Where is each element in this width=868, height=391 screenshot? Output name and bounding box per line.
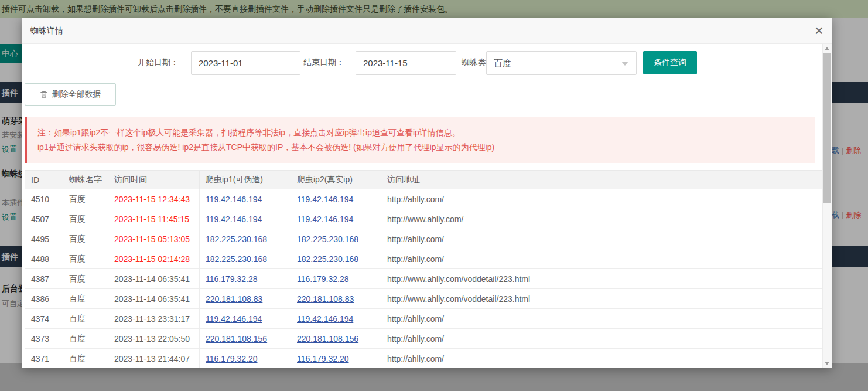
cell-ip2: 119.42.146.194: [291, 189, 381, 209]
modal-body: 开始日期： 结束日期： 蜘蛛类型： 百度 条件查询 删除全部数据 注：如果ip1…: [22, 44, 822, 368]
cell-id: 4510: [25, 189, 63, 209]
cell-spider-name: 百度: [63, 229, 108, 249]
ip2-link[interactable]: 119.42.146.194: [297, 314, 353, 324]
cell-ip2: 116.179.32.20: [291, 349, 381, 369]
delete-all-button[interactable]: 删除全部数据: [25, 83, 116, 106]
modal-title: 蜘蛛详情: [22, 18, 832, 44]
table-row: 4495百度2023-11-15 05:13:05182.225.230.168…: [25, 229, 822, 249]
cell-id: 4371: [25, 349, 63, 369]
spider-table: ID蜘蛛名字访问时间爬虫ip1(可伪造)爬虫ip2(真实ip)访问地址 4510…: [25, 170, 822, 368]
cell-id: 4373: [25, 329, 63, 349]
notice-box: 注：如果ip1跟ip2不一样这个ip极大可能是采集器，扫描程序等非法ip，直接点…: [25, 117, 815, 163]
column-header: ID: [25, 171, 63, 189]
cell-ip1: 119.42.146.194: [200, 309, 291, 329]
cell-visit-time: 2023-11-14 06:35:41: [108, 269, 200, 289]
ip2-link[interactable]: 220.181.108.156: [297, 334, 358, 344]
cell-ip1: 182.225.230.168: [200, 229, 291, 249]
cell-ip1: 119.42.146.194: [200, 189, 291, 209]
ip1-link[interactable]: 119.42.146.194: [206, 215, 262, 224]
modal-header: 蜘蛛详情 ×: [22, 18, 832, 44]
cell-ip2: 119.42.146.194: [291, 209, 381, 229]
column-header: 访问时间: [108, 171, 200, 189]
modal-scrollbar[interactable]: [822, 44, 832, 368]
ip2-link[interactable]: 116.179.32.28: [297, 274, 349, 284]
cell-ip2: 182.225.230.168: [291, 229, 381, 249]
cell-visit-time: 2023-11-13 23:31:17: [108, 309, 200, 329]
cell-spider-name: 百度: [63, 189, 108, 209]
table-row: 4488百度2023-11-15 02:14:28182.225.230.168…: [25, 249, 822, 269]
cell-visit-url: http://ahlly.com/: [381, 229, 822, 249]
cell-ip2: 116.179.32.28: [291, 269, 381, 289]
cell-ip1: 182.225.230.168: [200, 249, 291, 269]
start-date-input[interactable]: [191, 51, 300, 75]
cell-ip1: 116.179.32.20: [200, 349, 291, 369]
ip2-link[interactable]: 119.42.146.194: [297, 215, 353, 224]
column-header: 蜘蛛名字: [63, 171, 108, 189]
table-body: 4510百度2023-11-15 12:34:43119.42.146.1941…: [25, 189, 822, 369]
cell-spider-name: 百度: [63, 309, 108, 329]
cell-id: 4374: [25, 309, 63, 329]
ip1-link[interactable]: 182.225.230.168: [206, 234, 267, 244]
cell-visit-time: 2023-11-14 06:35:41: [108, 289, 200, 309]
ip2-link[interactable]: 220.181.108.83: [297, 294, 354, 304]
table-row: 4507百度2023-11-15 11:45:15119.42.146.1941…: [25, 209, 822, 229]
cell-ip1: 116.179.32.28: [200, 269, 291, 289]
cell-visit-time: 2023-11-13 21:44:07: [108, 349, 200, 369]
cell-visit-url: http://www.ahlly.com/voddetail/223.html: [381, 269, 822, 289]
ip1-link[interactable]: 119.42.146.194: [206, 314, 262, 324]
filter-row: 开始日期： 结束日期： 蜘蛛类型： 百度 条件查询: [22, 50, 822, 76]
query-button[interactable]: 条件查询: [643, 51, 697, 74]
cell-visit-url: http://ahlly.com/: [381, 329, 822, 349]
ip2-link[interactable]: 182.225.230.168: [297, 254, 358, 264]
cell-spider-name: 百度: [63, 349, 108, 369]
cell-visit-time: 2023-11-15 02:14:28: [108, 249, 200, 269]
cell-id: 4386: [25, 289, 63, 309]
cell-visit-time: 2023-11-15 11:45:15: [108, 209, 200, 229]
cell-visit-url: http://ahlly.com/: [381, 249, 822, 269]
trash-icon: [40, 90, 48, 98]
cell-visit-url: http://www.ahlly.com/: [381, 209, 822, 229]
table-header-row: ID蜘蛛名字访问时间爬虫ip1(可伪造)爬虫ip2(真实ip)访问地址: [25, 171, 822, 189]
table-row: 4387百度2023-11-14 06:35:41116.179.32.2811…: [25, 269, 822, 289]
ip1-link[interactable]: 116.179.32.28: [206, 274, 258, 284]
cell-visit-time: 2023-11-13 22:05:50: [108, 329, 200, 349]
column-header: 爬虫ip1(可伪造): [200, 171, 291, 189]
notice-line-2: ip1是通过请求头获取的ip，很容易伪造! ip2是直接从TCP中获取的IP，基…: [37, 140, 804, 155]
close-icon[interactable]: ×: [815, 21, 823, 40]
ip1-link[interactable]: 220.181.108.156: [206, 334, 267, 344]
cell-spider-name: 百度: [63, 329, 108, 349]
scrollbar-thumb[interactable]: [823, 53, 831, 203]
ip2-link[interactable]: 116.179.32.20: [297, 354, 349, 363]
table-row: 4373百度2023-11-13 22:05:50220.181.108.156…: [25, 329, 822, 349]
cell-visit-url: http://ahlly.com/: [381, 189, 822, 209]
cell-ip2: 119.42.146.194: [291, 309, 381, 329]
end-date-label: 结束日期：: [303, 57, 344, 68]
chevron-down-icon: [621, 62, 628, 66]
cell-spider-name: 百度: [63, 249, 108, 269]
ip1-link[interactable]: 220.181.108.83: [206, 294, 262, 304]
cell-ip2: 220.181.108.83: [291, 289, 381, 309]
cell-spider-name: 百度: [63, 269, 108, 289]
cell-ip1: 220.181.108.83: [200, 289, 291, 309]
notice-line-1: 注：如果ip1跟ip2不一样这个ip极大可能是采集器，扫描程序等非法ip，直接点…: [37, 125, 804, 140]
scroll-down-icon[interactable]: [823, 359, 832, 368]
cell-id: 4495: [25, 229, 63, 249]
ip2-link[interactable]: 119.42.146.194: [297, 195, 353, 204]
cell-id: 4387: [25, 269, 63, 289]
ip1-link[interactable]: 116.179.32.20: [206, 354, 258, 363]
ip1-link[interactable]: 119.42.146.194: [206, 195, 262, 204]
table-row: 4374百度2023-11-13 23:31:17119.42.146.1941…: [25, 309, 822, 329]
scroll-up-icon[interactable]: [823, 44, 832, 53]
cell-spider-name: 百度: [63, 289, 108, 309]
cell-ip2: 182.225.230.168: [291, 249, 381, 269]
spider-type-select[interactable]: 百度: [486, 51, 637, 75]
table-row: 4371百度2023-11-13 21:44:07116.179.32.2011…: [25, 349, 822, 369]
ip2-link[interactable]: 182.225.230.168: [297, 234, 358, 244]
end-date-input[interactable]: [356, 51, 456, 75]
column-header: 爬虫ip2(真实ip): [291, 171, 381, 189]
cell-ip2: 220.181.108.156: [291, 329, 381, 349]
cell-visit-url: http://ahlly.com/: [381, 309, 822, 329]
ip1-link[interactable]: 182.225.230.168: [206, 254, 267, 264]
delete-all-label: 删除全部数据: [52, 89, 101, 100]
start-date-label: 开始日期：: [138, 57, 179, 68]
